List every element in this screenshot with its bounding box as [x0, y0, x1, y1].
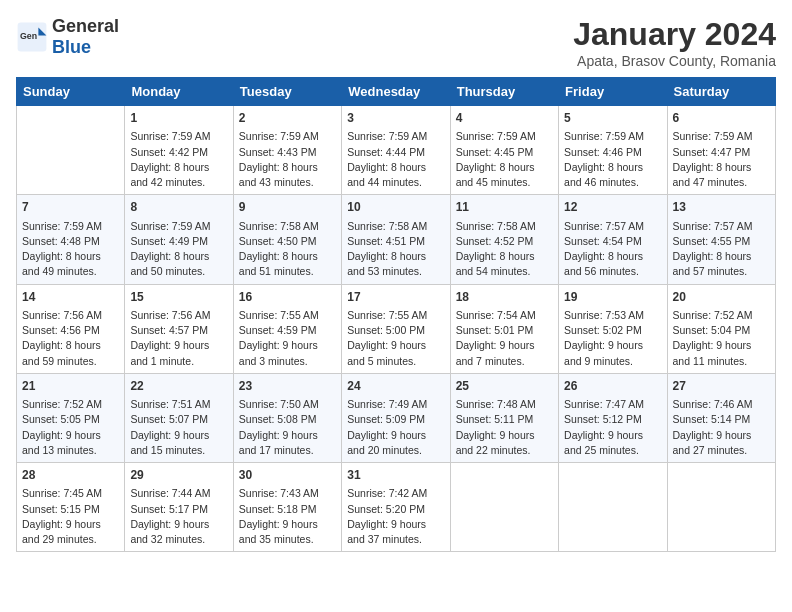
- day-number: 7: [22, 199, 119, 216]
- day-number: 29: [130, 467, 227, 484]
- day-number: 3: [347, 110, 444, 127]
- day-info: Sunrise: 7:51 AM Sunset: 5:07 PM Dayligh…: [130, 397, 227, 458]
- calendar-cell: 6Sunrise: 7:59 AM Sunset: 4:47 PM Daylig…: [667, 106, 775, 195]
- day-number: 15: [130, 289, 227, 306]
- calendar-cell: 17Sunrise: 7:55 AM Sunset: 5:00 PM Dayli…: [342, 284, 450, 373]
- day-number: 5: [564, 110, 661, 127]
- calendar-cell: 8Sunrise: 7:59 AM Sunset: 4:49 PM Daylig…: [125, 195, 233, 284]
- calendar-cell: 5Sunrise: 7:59 AM Sunset: 4:46 PM Daylig…: [559, 106, 667, 195]
- day-number: 10: [347, 199, 444, 216]
- day-number: 17: [347, 289, 444, 306]
- col-wednesday: Wednesday: [342, 78, 450, 106]
- svg-text:Gen: Gen: [20, 31, 37, 41]
- logo-general-text: General: [52, 16, 119, 36]
- calendar-cell: 4Sunrise: 7:59 AM Sunset: 4:45 PM Daylig…: [450, 106, 558, 195]
- calendar-cell: 25Sunrise: 7:48 AM Sunset: 5:11 PM Dayli…: [450, 373, 558, 462]
- calendar-cell: 20Sunrise: 7:52 AM Sunset: 5:04 PM Dayli…: [667, 284, 775, 373]
- col-saturday: Saturday: [667, 78, 775, 106]
- day-number: 11: [456, 199, 553, 216]
- calendar-cell: 13Sunrise: 7:57 AM Sunset: 4:55 PM Dayli…: [667, 195, 775, 284]
- day-info: Sunrise: 7:59 AM Sunset: 4:48 PM Dayligh…: [22, 219, 119, 280]
- day-number: 31: [347, 467, 444, 484]
- calendar-cell: 9Sunrise: 7:58 AM Sunset: 4:50 PM Daylig…: [233, 195, 341, 284]
- day-number: 1: [130, 110, 227, 127]
- day-number: 21: [22, 378, 119, 395]
- calendar-cell: 26Sunrise: 7:47 AM Sunset: 5:12 PM Dayli…: [559, 373, 667, 462]
- day-info: Sunrise: 7:48 AM Sunset: 5:11 PM Dayligh…: [456, 397, 553, 458]
- calendar-cell: 31Sunrise: 7:42 AM Sunset: 5:20 PM Dayli…: [342, 463, 450, 552]
- col-sunday: Sunday: [17, 78, 125, 106]
- day-info: Sunrise: 7:55 AM Sunset: 5:00 PM Dayligh…: [347, 308, 444, 369]
- calendar-cell: 22Sunrise: 7:51 AM Sunset: 5:07 PM Dayli…: [125, 373, 233, 462]
- day-number: 28: [22, 467, 119, 484]
- logo-blue-text: Blue: [52, 37, 91, 57]
- calendar-cell: 30Sunrise: 7:43 AM Sunset: 5:18 PM Dayli…: [233, 463, 341, 552]
- day-info: Sunrise: 7:47 AM Sunset: 5:12 PM Dayligh…: [564, 397, 661, 458]
- day-number: 25: [456, 378, 553, 395]
- calendar-table: Sunday Monday Tuesday Wednesday Thursday…: [16, 77, 776, 552]
- day-number: 22: [130, 378, 227, 395]
- day-number: 18: [456, 289, 553, 306]
- logo: Gen General Blue: [16, 16, 119, 58]
- title-block: January 2024 Apata, Brasov County, Roman…: [573, 16, 776, 69]
- calendar-cell: 27Sunrise: 7:46 AM Sunset: 5:14 PM Dayli…: [667, 373, 775, 462]
- calendar-week-5: 28Sunrise: 7:45 AM Sunset: 5:15 PM Dayli…: [17, 463, 776, 552]
- day-number: 14: [22, 289, 119, 306]
- calendar-cell: 7Sunrise: 7:59 AM Sunset: 4:48 PM Daylig…: [17, 195, 125, 284]
- day-info: Sunrise: 7:52 AM Sunset: 5:05 PM Dayligh…: [22, 397, 119, 458]
- col-tuesday: Tuesday: [233, 78, 341, 106]
- day-info: Sunrise: 7:59 AM Sunset: 4:46 PM Dayligh…: [564, 129, 661, 190]
- calendar-cell: [17, 106, 125, 195]
- day-number: 19: [564, 289, 661, 306]
- calendar-header-row: Sunday Monday Tuesday Wednesday Thursday…: [17, 78, 776, 106]
- month-title: January 2024: [573, 16, 776, 53]
- calendar-cell: 15Sunrise: 7:56 AM Sunset: 4:57 PM Dayli…: [125, 284, 233, 373]
- day-number: 26: [564, 378, 661, 395]
- day-number: 2: [239, 110, 336, 127]
- day-number: 23: [239, 378, 336, 395]
- day-number: 13: [673, 199, 770, 216]
- day-number: 6: [673, 110, 770, 127]
- calendar-cell: 24Sunrise: 7:49 AM Sunset: 5:09 PM Dayli…: [342, 373, 450, 462]
- calendar-week-4: 21Sunrise: 7:52 AM Sunset: 5:05 PM Dayli…: [17, 373, 776, 462]
- calendar-cell: 16Sunrise: 7:55 AM Sunset: 4:59 PM Dayli…: [233, 284, 341, 373]
- day-info: Sunrise: 7:54 AM Sunset: 5:01 PM Dayligh…: [456, 308, 553, 369]
- day-info: Sunrise: 7:56 AM Sunset: 4:56 PM Dayligh…: [22, 308, 119, 369]
- col-thursday: Thursday: [450, 78, 558, 106]
- day-info: Sunrise: 7:52 AM Sunset: 5:04 PM Dayligh…: [673, 308, 770, 369]
- calendar-cell: 3Sunrise: 7:59 AM Sunset: 4:44 PM Daylig…: [342, 106, 450, 195]
- page-header: Gen General Blue January 2024 Apata, Bra…: [16, 16, 776, 69]
- logo-icon: Gen: [16, 21, 48, 53]
- day-number: 24: [347, 378, 444, 395]
- col-friday: Friday: [559, 78, 667, 106]
- day-info: Sunrise: 7:50 AM Sunset: 5:08 PM Dayligh…: [239, 397, 336, 458]
- day-info: Sunrise: 7:44 AM Sunset: 5:17 PM Dayligh…: [130, 486, 227, 547]
- calendar-cell: 10Sunrise: 7:58 AM Sunset: 4:51 PM Dayli…: [342, 195, 450, 284]
- day-info: Sunrise: 7:57 AM Sunset: 4:55 PM Dayligh…: [673, 219, 770, 280]
- day-info: Sunrise: 7:58 AM Sunset: 4:51 PM Dayligh…: [347, 219, 444, 280]
- day-info: Sunrise: 7:46 AM Sunset: 5:14 PM Dayligh…: [673, 397, 770, 458]
- day-number: 8: [130, 199, 227, 216]
- calendar-cell: 28Sunrise: 7:45 AM Sunset: 5:15 PM Dayli…: [17, 463, 125, 552]
- calendar-cell: 1Sunrise: 7:59 AM Sunset: 4:42 PM Daylig…: [125, 106, 233, 195]
- day-info: Sunrise: 7:43 AM Sunset: 5:18 PM Dayligh…: [239, 486, 336, 547]
- day-info: Sunrise: 7:59 AM Sunset: 4:49 PM Dayligh…: [130, 219, 227, 280]
- calendar-cell: 23Sunrise: 7:50 AM Sunset: 5:08 PM Dayli…: [233, 373, 341, 462]
- day-info: Sunrise: 7:49 AM Sunset: 5:09 PM Dayligh…: [347, 397, 444, 458]
- day-info: Sunrise: 7:53 AM Sunset: 5:02 PM Dayligh…: [564, 308, 661, 369]
- calendar-cell: 21Sunrise: 7:52 AM Sunset: 5:05 PM Dayli…: [17, 373, 125, 462]
- calendar-cell: 14Sunrise: 7:56 AM Sunset: 4:56 PM Dayli…: [17, 284, 125, 373]
- calendar-cell: 2Sunrise: 7:59 AM Sunset: 4:43 PM Daylig…: [233, 106, 341, 195]
- calendar-cell: 19Sunrise: 7:53 AM Sunset: 5:02 PM Dayli…: [559, 284, 667, 373]
- calendar-cell: 11Sunrise: 7:58 AM Sunset: 4:52 PM Dayli…: [450, 195, 558, 284]
- calendar-week-3: 14Sunrise: 7:56 AM Sunset: 4:56 PM Dayli…: [17, 284, 776, 373]
- calendar-cell: 18Sunrise: 7:54 AM Sunset: 5:01 PM Dayli…: [450, 284, 558, 373]
- day-info: Sunrise: 7:57 AM Sunset: 4:54 PM Dayligh…: [564, 219, 661, 280]
- day-info: Sunrise: 7:59 AM Sunset: 4:43 PM Dayligh…: [239, 129, 336, 190]
- calendar-cell: 29Sunrise: 7:44 AM Sunset: 5:17 PM Dayli…: [125, 463, 233, 552]
- location-subtitle: Apata, Brasov County, Romania: [573, 53, 776, 69]
- day-number: 30: [239, 467, 336, 484]
- calendar-cell: [559, 463, 667, 552]
- day-info: Sunrise: 7:59 AM Sunset: 4:42 PM Dayligh…: [130, 129, 227, 190]
- day-info: Sunrise: 7:58 AM Sunset: 4:50 PM Dayligh…: [239, 219, 336, 280]
